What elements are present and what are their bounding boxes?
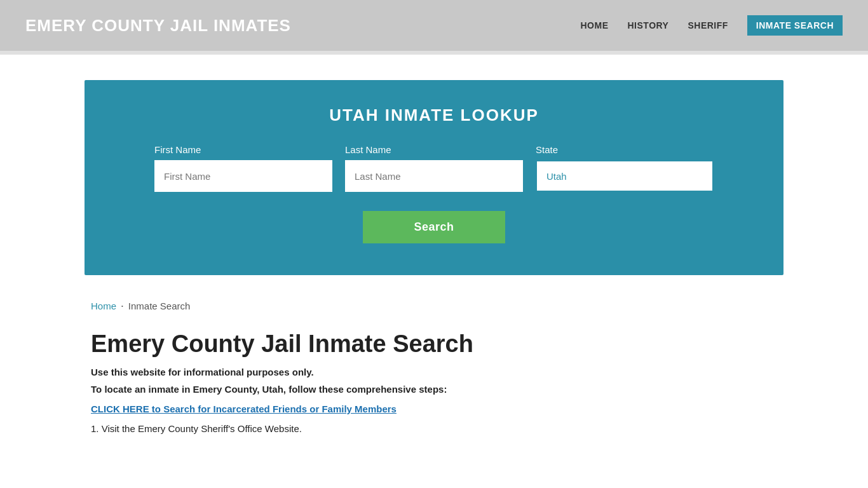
info-text-2: To locate an inmate in Emery County, Uta… [91,384,777,395]
search-link[interactable]: CLICK HERE to Search for Incarcerated Fr… [91,403,777,414]
nav-sheriff[interactable]: SHERIFF [688,20,728,30]
search-fields: First Name Last Name State [123,144,745,192]
last-name-group: Last Name [345,144,523,192]
last-name-input[interactable] [345,160,523,192]
state-input[interactable] [536,160,714,192]
step-1-text: 1. Visit the Emery County Sheriff's Offi… [91,423,777,434]
breadcrumb: Home • Inmate Search [91,301,777,311]
breadcrumb-current: Inmate Search [128,301,191,311]
search-panel-title: UTAH INMATE LOOKUP [123,105,745,125]
main-nav: HOME HISTORY SHERIFF INMATE SEARCH [581,15,843,36]
breadcrumb-separator: • [121,303,123,309]
nav-history[interactable]: HISTORY [628,20,669,30]
search-panel: UTAH INMATE LOOKUP First Name Last Name … [85,80,783,275]
sub-header-line [0,51,868,55]
first-name-group: First Name [154,144,332,192]
nav-home[interactable]: HOME [581,20,609,30]
last-name-label: Last Name [345,144,523,155]
first-name-label: First Name [154,144,332,155]
site-title: EMERY COUNTY JAIL INMATES [25,16,291,36]
breadcrumb-home-link[interactable]: Home [91,301,116,311]
first-name-input[interactable] [154,160,332,192]
state-group: State [536,144,714,192]
main-content: Emery County Jail Inmate Search Use this… [85,330,783,434]
state-label: State [536,144,714,155]
nav-inmate-search[interactable]: INMATE SEARCH [747,15,843,36]
search-button[interactable]: Search [363,211,505,243]
site-header: EMERY COUNTY JAIL INMATES HOME HISTORY S… [0,0,868,51]
breadcrumb-wrap: Home • Inmate Search [85,301,783,311]
info-text-1: Use this website for informational purpo… [91,367,777,377]
search-button-wrap: Search [123,211,745,243]
page-heading: Emery County Jail Inmate Search [91,330,777,358]
